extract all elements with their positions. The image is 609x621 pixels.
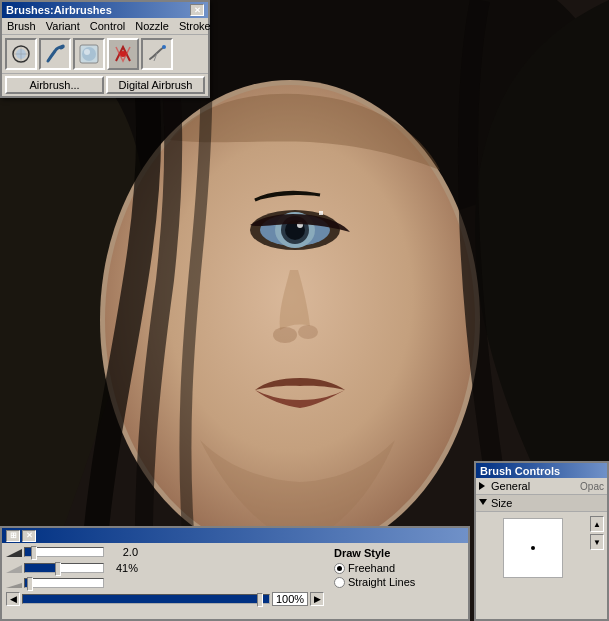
brushes-menubar: Brush Variant Control Nozzle Stroke [2,18,208,35]
size-dot [531,546,535,550]
opacity-icon [6,563,22,573]
straight-lines-label: Straight Lines [348,576,415,588]
menu-brush[interactable]: Brush [4,19,39,33]
size-section[interactable]: Size [476,495,607,512]
svg-point-20 [162,45,166,49]
svg-point-15 [58,44,65,50]
zoom-row: ◀ 100% ▶ [4,591,326,607]
size-up-button[interactable]: ▲ [590,516,604,532]
opacity-value: 41% [106,562,138,574]
size-slider-row: 2.0 [4,545,326,559]
svg-point-10 [273,327,297,343]
brushes-title: Brushes:Airbrushes [6,4,112,16]
brush-icon-3[interactable] [107,38,139,70]
draw-style-label: Draw Style [334,547,458,559]
menu-nozzle[interactable]: Nozzle [132,19,172,33]
menu-variant[interactable]: Variant [43,19,83,33]
tool-options-panel: ⊞ ✕ 2.0 [0,526,470,621]
tool-options-sliders: 2.0 41% [4,545,326,617]
preset-airbrush[interactable]: Airbrush... [5,76,104,94]
size-preview-area: ▲ ▼ [476,512,607,584]
general-label: General [491,480,580,492]
zoom-scroll-left[interactable]: ◀ [6,592,20,606]
extra-icon [6,578,22,588]
freehand-label: Freehand [348,562,395,574]
size-icon [6,547,22,557]
menu-control[interactable]: Control [87,19,128,33]
svg-point-19 [120,51,126,57]
svg-marker-21 [6,549,22,557]
tool-options-icon2[interactable]: ✕ [22,530,36,542]
brush-controls-titlebar: Brush Controls [476,463,607,478]
zoom-scroll-right[interactable]: ▶ [310,592,324,606]
size-arrow-buttons: ▲ ▼ [590,516,604,580]
extra-slider[interactable] [24,578,104,588]
brushes-titlebar: Brushes:Airbrushes ✕ [2,2,208,18]
svg-rect-12 [319,211,323,215]
zoom-value: 100% [272,592,308,606]
brushes-panel: Brushes:Airbrushes ✕ Brush Variant Contr… [0,0,210,98]
opacity-slider-row: 41% [4,561,326,575]
general-section[interactable]: General Opac [476,478,607,495]
tool-options-titlebar: ⊞ ✕ [2,528,468,543]
brush-icons-row [2,35,208,73]
svg-point-18 [84,49,90,55]
size-preview [503,518,563,578]
freehand-row[interactable]: Freehand [334,562,458,574]
freehand-radio[interactable] [334,563,345,574]
general-extra: Opac [580,481,604,492]
extra-slider-row [4,577,326,589]
general-arrow [479,482,487,490]
tool-options-draw-style: Draw Style Freehand Straight Lines [326,545,466,617]
opacity-slider[interactable] [24,563,104,573]
brush-presets-row: Airbrush... Digital Airbrush [2,73,208,96]
straight-lines-radio[interactable] [334,577,345,588]
brush-icon-0[interactable] [5,38,37,70]
size-slider[interactable] [24,547,104,557]
brush-icon-1[interactable] [39,38,71,70]
brush-controls-title: Brush Controls [480,465,560,477]
svg-marker-22 [6,565,22,573]
svg-point-11 [298,325,318,339]
size-down-button[interactable]: ▼ [590,534,604,550]
brush-icon-4[interactable] [141,38,173,70]
tool-options-icon1[interactable]: ⊞ [6,530,20,542]
brush-controls-panel: Brush Controls General Opac Size ▲ ▼ [474,461,609,621]
menu-stroke[interactable]: Stroke [176,19,214,33]
size-label: Size [491,497,604,509]
size-value: 2.0 [106,546,138,558]
preset-digital[interactable]: Digital Airbrush [106,76,205,94]
brushes-close-button[interactable]: ✕ [190,4,204,16]
zoom-slider[interactable] [22,594,270,604]
straight-lines-row[interactable]: Straight Lines [334,576,458,588]
size-arrow [479,499,487,507]
svg-marker-23 [6,583,22,588]
brush-icon-2[interactable] [73,38,105,70]
